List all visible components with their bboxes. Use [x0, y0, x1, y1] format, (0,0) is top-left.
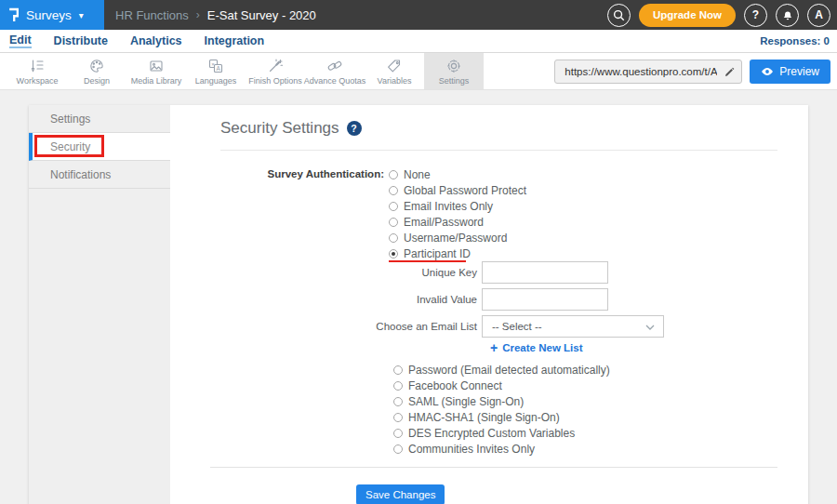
toolbar-label: Variables: [378, 76, 412, 86]
survey-subnav: Edit Distribute Analytics Integration Re…: [0, 30, 837, 53]
avatar-button[interactable]: A: [807, 4, 830, 27]
toolbar-item-variables[interactable]: Variables: [365, 53, 424, 89]
radio-option-username-password[interactable]: Username/Password: [389, 230, 526, 245]
radio-option-global-password[interactable]: Global Password Protect: [389, 182, 526, 198]
radio-option-des-encrypted[interactable]: DES Encrypted Custom Variables: [393, 425, 777, 441]
radio-icon[interactable]: [393, 413, 403, 422]
unique-key-input[interactable]: [482, 261, 608, 284]
radio-option-communities-invites[interactable]: Communities Invites Only: [393, 441, 777, 457]
radio-option-label: Email/Password: [404, 216, 484, 229]
finish-options-wand-icon: [267, 58, 284, 74]
survey-authentication-row: Survey Authentication: None Global Passw…: [220, 166, 777, 261]
radio-option-hmac-sha1[interactable]: HMAC-SHA1 (Single Sign-On): [393, 409, 777, 425]
edit-url-pencil-icon[interactable]: [724, 65, 736, 82]
radio-option-facebook-connect[interactable]: Facebook Connect: [393, 378, 777, 393]
radio-icon[interactable]: [389, 233, 398, 243]
invalid-value-label: Invalid Value: [220, 294, 482, 305]
invalid-value-input[interactable]: [482, 288, 608, 311]
product-switcher[interactable]: Surveys ▾: [0, 0, 104, 30]
tab-analytics[interactable]: Analytics: [130, 34, 182, 47]
design-palette-icon: [88, 58, 105, 74]
tab-distribute[interactable]: Distribute: [54, 34, 108, 47]
tab-edit[interactable]: Edit: [9, 33, 32, 48]
breadcrumb-survey-name[interactable]: E-Sat Survey - 2020: [207, 8, 316, 22]
save-changes-button[interactable]: Save Changes: [356, 484, 445, 504]
radio-icon[interactable]: [393, 381, 403, 391]
toolbar-label: Workspace: [17, 76, 59, 86]
radio-option-label: DES Encrypted Custom Variables: [408, 427, 575, 440]
radio-icon[interactable]: [393, 365, 403, 375]
breadcrumb-separator: ›: [196, 8, 200, 21]
page-body: Settings Security Notifications Security…: [0, 91, 837, 504]
settings-gear-icon: [445, 58, 462, 74]
radio-icon[interactable]: [393, 397, 403, 406]
search-icon: [612, 8, 626, 22]
toolbar-item-advance-quotas[interactable]: Advance Quotas: [305, 53, 365, 89]
tab-integration[interactable]: Integration: [205, 34, 265, 47]
toolbar-item-media-library[interactable]: Media Library: [126, 53, 186, 89]
toolbar-item-settings[interactable]: Settings: [424, 53, 484, 89]
invalid-value-row: Invalid Value: [220, 288, 777, 311]
avatar: A: [815, 8, 823, 21]
chevron-down-icon: [645, 325, 655, 330]
toolbar-label: Languages: [195, 76, 237, 86]
email-list-select[interactable]: -- Select --: [482, 315, 664, 338]
toolbar-item-workspace[interactable]: Workspace: [7, 53, 67, 89]
radio-option-email-password[interactable]: Email/Password: [389, 214, 526, 230]
questionpro-logo: [7, 7, 20, 24]
toolbar-item-languages[interactable]: A × Languages: [186, 53, 246, 89]
save-row: Save Changes: [220, 484, 777, 504]
title-divider: [220, 150, 777, 151]
toolbar-item-finish-options[interactable]: Finish Options: [246, 53, 305, 89]
title-row: Security Settings ?: [220, 118, 777, 139]
email-list-label: Choose an Email List: [220, 321, 482, 332]
upgrade-button[interactable]: Upgrade Now: [639, 4, 736, 27]
radio-option-participant-id[interactable]: Participant ID: [389, 245, 526, 261]
create-new-list-link[interactable]: + Create New List: [490, 341, 582, 354]
responses-count[interactable]: Responses: 0: [760, 35, 830, 46]
form-divider: [210, 467, 777, 468]
notifications-button[interactable]: [776, 4, 799, 27]
radio-icon[interactable]: [389, 170, 398, 179]
help-button[interactable]: ?: [744, 4, 767, 27]
radio-icon[interactable]: [393, 429, 403, 438]
advance-quotas-chain-icon: [326, 58, 343, 74]
survey-url-input[interactable]: [554, 60, 742, 84]
radio-icon[interactable]: [389, 218, 398, 227]
preview-button[interactable]: Preview: [750, 60, 830, 84]
breadcrumb: HR Functions › E-Sat Survey - 2020: [115, 8, 316, 22]
help-badge-icon[interactable]: ?: [347, 121, 362, 136]
search-button[interactable]: [607, 4, 631, 27]
radio-option-label: Facebook Connect: [408, 379, 502, 392]
toolbar-label: Design: [84, 76, 110, 86]
unique-key-label: Unique Key: [220, 267, 482, 278]
radio-icon[interactable]: [389, 202, 398, 211]
radio-option-label: Global Password Protect: [404, 184, 526, 197]
more-auth-options: Password (Email detected automatically) …: [393, 362, 777, 457]
email-list-row: Choose an Email List -- Select --: [220, 315, 777, 338]
radio-icon[interactable]: [393, 444, 403, 454]
toolbar-item-design[interactable]: Design: [67, 53, 126, 89]
radio-option-label: Participant ID: [404, 247, 471, 260]
settings-card: Settings Security Notifications Security…: [29, 105, 808, 504]
svg-text:×: ×: [211, 61, 215, 67]
bell-icon: [781, 8, 794, 21]
survey-url-wrap: [554, 60, 742, 84]
radio-option-label: Username/Password: [404, 232, 507, 245]
radio-option-saml[interactable]: SAML (Single Sign-On): [393, 393, 777, 409]
radio-option-label: SAML (Single Sign-On): [408, 395, 524, 408]
sidebar-item-notifications[interactable]: Notifications: [29, 161, 170, 189]
top-navbar: Surveys ▾ HR Functions › E-Sat Survey - …: [0, 0, 837, 30]
breadcrumb-folder[interactable]: HR Functions: [115, 8, 189, 22]
sidebar-item-security[interactable]: Security: [29, 133, 170, 161]
radio-icon[interactable]: [389, 186, 398, 195]
radio-option-email-invites[interactable]: Email Invites Only: [389, 198, 526, 214]
radio-option-none[interactable]: None: [389, 166, 526, 182]
radio-icon-selected[interactable]: [389, 249, 398, 259]
radio-option-password-email[interactable]: Password (Email detected automatically): [393, 362, 777, 378]
sidebar-item-settings[interactable]: Settings: [29, 105, 170, 133]
sidebar-item-label: Security: [50, 140, 90, 153]
topnav-actions: Upgrade Now ? A: [607, 4, 837, 27]
survey-authentication-label: Survey Authentication:: [220, 166, 389, 261]
security-form: Survey Authentication: None Global Passw…: [220, 166, 777, 504]
